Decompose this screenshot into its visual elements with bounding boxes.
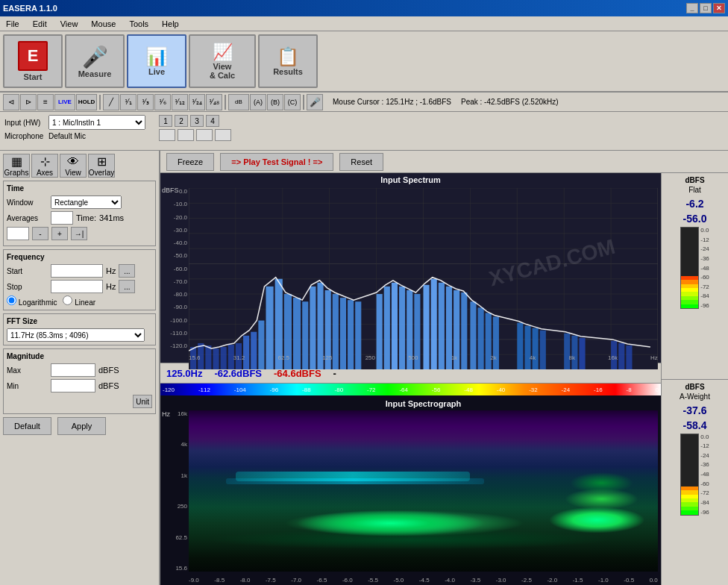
counter-end[interactable]: →| <box>71 227 87 240</box>
freq-start-row: Start 11.0485 Hz ... <box>7 264 152 278</box>
tb-cursor-6[interactable]: ¹⁄₂₄ <box>189 94 205 110</box>
tb-cursor-4[interactable]: ¹⁄₆ <box>154 94 171 110</box>
tb-icon-hold[interactable]: HOLD <box>76 94 97 110</box>
channel-tab-3[interactable]: 3 <box>190 115 204 127</box>
max-input[interactable]: 0 <box>51 363 95 377</box>
fft-section: FFT Size 11.7Hz (85.3ms ; 4096) <box>3 313 156 345</box>
channel-color-2 <box>178 129 194 141</box>
tb-a[interactable]: (A) <box>250 94 266 110</box>
time-value: 341ms <box>99 213 124 222</box>
apply-button[interactable]: Apply <box>57 417 106 435</box>
menu-help[interactable]: Help <box>159 19 182 29</box>
content-area: ▦Graphs ⊹Axes 👁View ⊞Overlay Time Win <box>0 151 728 585</box>
channel-tab-2[interactable]: 2 <box>175 115 188 127</box>
mic-value: Default Mic <box>48 132 86 140</box>
toolbar-separator-3 <box>303 95 304 110</box>
results-button[interactable]: 📋 Results <box>258 34 318 88</box>
bottom-buttons: Default Apply <box>3 417 156 435</box>
svg-rect-66 <box>564 334 570 370</box>
tb-c[interactable]: (C) <box>284 94 301 110</box>
svg-rect-67 <box>571 336 577 370</box>
start-more[interactable]: ... <box>119 264 135 278</box>
overlay-button[interactable]: ⊞Overlay <box>88 154 115 178</box>
tb-cursor-2[interactable]: ¹⁄₁ <box>120 94 136 110</box>
lin-radio[interactable] <box>63 295 72 305</box>
spectrograph-visual <box>189 410 658 572</box>
tb-b[interactable]: (B) <box>267 94 283 110</box>
tb-icon-live[interactable]: LIVE <box>54 94 75 110</box>
graph-icons-row: ▦Graphs ⊹Axes 👁View ⊞Overlay <box>3 154 156 178</box>
tb-icon-3[interactable]: ≡ <box>37 94 54 110</box>
min-input[interactable]: -120 <box>51 379 95 392</box>
freeze-button[interactable]: Freeze <box>166 153 214 171</box>
mag-min-row: Min -120 dBFS <box>7 379 152 392</box>
min-label: Min <box>7 382 48 390</box>
meter-bar-bottom-1 <box>680 434 699 516</box>
counter-input[interactable]: 1 <box>7 227 29 240</box>
mouse-cursor-info: Mouse Cursor : 125.1Hz ; -1.6dBFS <box>330 98 454 106</box>
start-input[interactable]: 11.0485 <box>51 264 103 278</box>
svg-rect-33 <box>258 321 264 370</box>
unit-button[interactable]: Unit <box>133 395 152 408</box>
channel-color-4 <box>215 129 231 141</box>
svg-rect-61 <box>493 316 499 369</box>
stop-more[interactable]: ... <box>119 280 135 293</box>
svg-rect-65 <box>540 331 546 370</box>
tb-cursor-5[interactable]: ¹⁄₁₂ <box>172 94 188 110</box>
spectrograph-title: Input Spectrograph <box>189 397 658 408</box>
channel-tab-4[interactable]: 4 <box>206 115 219 127</box>
menu-tools[interactable]: Tools <box>126 19 151 29</box>
menu-mouse[interactable]: Mouse <box>88 19 119 29</box>
spectro-x-axis: -9.0 -8.5 -8.0 -7.5 -7.0 -6.5 -6.0 -5.5 … <box>189 577 658 584</box>
tb-dbfs[interactable]: dB <box>228 94 249 110</box>
menu-view[interactable]: View <box>57 19 81 29</box>
close-button[interactable]: ✕ <box>713 3 725 13</box>
svg-rect-64 <box>533 328 539 370</box>
menu-file[interactable]: File <box>3 19 22 29</box>
tb-cursor-1[interactable]: ╱ <box>103 94 119 110</box>
dbfs-top-subheader: Flat <box>688 186 701 194</box>
maximize-button[interactable]: □ <box>700 3 712 13</box>
averages-label: Averages <box>7 214 48 222</box>
tb-icon-1[interactable]: ⊲ <box>3 94 19 110</box>
channel-tab-1[interactable]: 1 <box>159 115 172 127</box>
start-button[interactable]: E Start <box>3 34 63 88</box>
play-signal-button[interactable]: => Play Test Signal ! => <box>220 153 333 171</box>
default-button[interactable]: Default <box>3 417 51 435</box>
channel-color-3 <box>196 129 213 141</box>
tb-cursor-7[interactable]: ¹⁄₄₈ <box>206 94 222 110</box>
viewcalc-button[interactable]: 📈 View& Calc <box>189 34 256 88</box>
stop-input[interactable]: 22627.4 <box>51 280 103 293</box>
graphs-button[interactable]: ▦Graphs <box>3 154 30 178</box>
window-select[interactable]: Rectangle <box>51 195 122 209</box>
meter-ticks-top: 0.0 -12 -24 -36 -48 -60 -72 -84 -96 <box>700 227 709 309</box>
spectrum-title: Input Spectrum <box>160 173 661 184</box>
measure-button[interactable]: 🎤 Measure <box>65 34 125 88</box>
log-radio[interactable] <box>7 295 16 305</box>
hw-label: Input (HW) <box>4 119 46 127</box>
action-bar: Freeze => Play Test Signal ! => Reset <box>160 151 728 173</box>
reset-button[interactable]: Reset <box>339 153 383 171</box>
max-unit: dBFS <box>98 366 119 375</box>
toolbar-separator-2 <box>225 95 226 110</box>
dbfs-bottom-subheader: A-Weight <box>680 392 710 401</box>
live-button[interactable]: 📊 Live <box>127 34 186 88</box>
minimize-button[interactable]: _ <box>686 3 698 13</box>
main-toolbar: E Start 🎤 Measure 📊 Live 📈 View& Calc 📋 … <box>0 31 728 93</box>
tb-mic-icon[interactable]: 🎤 <box>307 94 323 110</box>
fft-select[interactable]: 11.7Hz (85.3ms ; 4096) <box>7 328 145 342</box>
counter-minus[interactable]: - <box>32 227 48 240</box>
hw-select[interactable]: 1 : Mic/InstIn 1 <box>48 115 145 130</box>
tb-cursor-3[interactable]: ¹⁄₃ <box>137 94 154 110</box>
stop-label: Stop <box>7 283 48 291</box>
counter-plus[interactable]: + <box>51 227 68 240</box>
menu-edit[interactable]: Edit <box>30 19 50 29</box>
svg-rect-60 <box>486 313 492 369</box>
toolbar-separator-1 <box>99 95 101 110</box>
stop-unit: Hz <box>106 282 116 291</box>
dbfs-bottom-val1: -37.6 <box>683 404 707 416</box>
axes-button[interactable]: ⊹Axes <box>31 154 58 178</box>
averages-input[interactable]: 4 <box>51 211 73 225</box>
tb-icon-2[interactable]: ⊳ <box>20 94 37 110</box>
view-button[interactable]: 👁View <box>60 154 87 178</box>
